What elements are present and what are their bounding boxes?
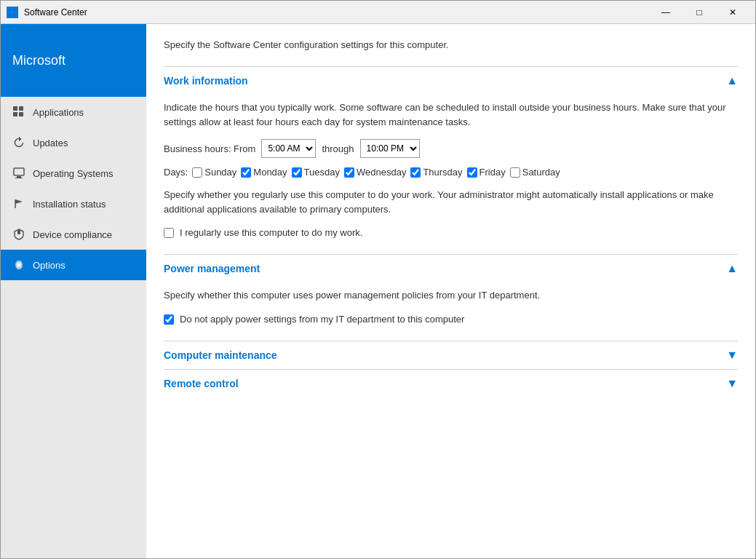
- page-description-text: Specify the Software Center configuratio…: [164, 39, 449, 50]
- svg-marker-12: [15, 199, 23, 204]
- remote-control-title: Remote control: [164, 378, 239, 389]
- business-hours-row: Business hours: From 5:00 AM 6:00 AM 7:0…: [164, 139, 738, 158]
- business-hours-label: Business hours: From: [164, 143, 255, 154]
- days-row: Days: Sunday Monday Tuesday: [164, 167, 738, 178]
- sidebar-label-installation-status: Installation status: [33, 199, 106, 210]
- day-thursday[interactable]: Thursday: [410, 167, 462, 178]
- checkbox-monday[interactable]: [241, 167, 251, 178]
- computer-maintenance-chevron: ▼: [726, 349, 738, 362]
- main-content: Microsoft Applications: [1, 24, 755, 558]
- computer-maintenance-title: Computer maintenance: [164, 349, 277, 361]
- brand-label: Microsoft: [12, 53, 65, 68]
- days-label: Days:: [164, 167, 188, 178]
- day-friday[interactable]: Friday: [467, 167, 506, 178]
- section-remote-control: Remote control ▼: [164, 369, 738, 397]
- sidebar-item-installation-status[interactable]: Installation status: [1, 189, 146, 219]
- day-sunday[interactable]: Sunday: [192, 167, 236, 178]
- svg-rect-3: [13, 13, 18, 18]
- sidebar-label-options: Options: [33, 260, 65, 271]
- window-title: Software Center: [24, 7, 649, 17]
- sidebar-label-applications: Applications: [33, 107, 84, 118]
- title-bar: Software Center — □ ✕: [1, 1, 755, 24]
- svg-rect-13: [17, 230, 20, 234]
- work-info-desc-text: Indicate the hours that you typically wo…: [164, 102, 725, 127]
- page-description: Specify the Software Center configuratio…: [164, 39, 738, 52]
- software-center-window: Software Center — □ ✕ Microsoft: [0, 0, 756, 559]
- svg-rect-8: [14, 168, 24, 175]
- sidebar-item-updates[interactable]: Updates: [1, 127, 146, 158]
- app-icon: [7, 7, 18, 18]
- svg-rect-2: [7, 13, 12, 18]
- work-information-header[interactable]: Work information ▲: [164, 67, 738, 95]
- gear-icon: [12, 258, 25, 271]
- work-information-chevron: ▲: [726, 74, 738, 87]
- minimize-button[interactable]: —: [649, 1, 683, 24]
- day-wednesday[interactable]: Wednesday: [344, 167, 406, 178]
- through-label: through: [322, 143, 354, 154]
- work-info-description: Indicate the hours that you typically wo…: [164, 100, 738, 129]
- computer-maintenance-header[interactable]: Computer maintenance ▼: [164, 341, 738, 369]
- sidebar-label-operating-systems: Operating Systems: [33, 168, 114, 179]
- svg-rect-7: [19, 112, 23, 116]
- work-information-title: Work information: [164, 75, 248, 87]
- svg-rect-5: [19, 106, 23, 111]
- primary-computer-description: Specify whether you regularly use this c…: [164, 188, 738, 216]
- from-time-select[interactable]: 5:00 AM 6:00 AM 7:00 AM 8:00 AM 9:00 AM: [261, 139, 316, 158]
- power-management-description: Specify whether this computer uses power…: [164, 288, 738, 303]
- section-computer-maintenance: Computer maintenance ▼: [164, 341, 738, 369]
- power-settings-label: Do not apply power settings from my IT d…: [180, 313, 464, 326]
- remote-control-chevron: ▼: [726, 377, 738, 390]
- power-settings-checkbox[interactable]: [164, 314, 174, 325]
- power-management-chevron: ▲: [726, 262, 738, 275]
- shield-icon: [12, 228, 25, 241]
- window-controls: — □ ✕: [649, 1, 749, 24]
- close-button[interactable]: ✕: [716, 1, 749, 24]
- maximize-button[interactable]: □: [683, 1, 716, 24]
- remote-control-header[interactable]: Remote control ▼: [164, 370, 738, 397]
- power-management-body: Specify whether this computer uses power…: [164, 282, 738, 341]
- sidebar: Microsoft Applications: [1, 24, 146, 558]
- primary-computer-row: I regularly use this computer to do my w…: [164, 226, 738, 239]
- svg-rect-10: [15, 178, 23, 178]
- day-monday[interactable]: Monday: [241, 167, 287, 178]
- checkbox-tuesday[interactable]: [292, 167, 302, 178]
- checkbox-sunday[interactable]: [192, 167, 202, 178]
- sidebar-label-device-compliance: Device compliance: [33, 229, 112, 240]
- svg-rect-4: [13, 106, 17, 111]
- checkbox-saturday[interactable]: [510, 167, 520, 178]
- content-area: Specify the Software Center configuratio…: [146, 24, 755, 558]
- sidebar-label-updates: Updates: [33, 138, 68, 148]
- sidebar-item-operating-systems[interactable]: Operating Systems: [1, 158, 146, 189]
- sidebar-item-options[interactable]: Options: [1, 250, 146, 280]
- checkbox-friday[interactable]: [467, 167, 477, 178]
- sidebar-item-applications[interactable]: Applications: [1, 97, 146, 127]
- section-work-information: Work information ▲ Indicate the hours th…: [164, 66, 738, 254]
- sidebar-brand: Microsoft: [1, 24, 146, 97]
- refresh-icon: [12, 136, 25, 149]
- power-desc-text: Specify whether this computer uses power…: [164, 290, 540, 301]
- primary-computer-checkbox[interactable]: [164, 228, 174, 238]
- work-information-body: Indicate the hours that you typically wo…: [164, 95, 738, 254]
- day-tuesday[interactable]: Tuesday: [292, 167, 340, 178]
- primary-desc-text: Specify whether you regularly use this c…: [164, 189, 714, 215]
- flag-icon: [12, 197, 25, 210]
- svg-rect-1: [13, 7, 18, 12]
- primary-computer-label: I regularly use this computer to do my w…: [180, 226, 362, 239]
- power-management-title: Power management: [164, 263, 260, 274]
- svg-rect-9: [17, 176, 21, 178]
- section-power-management: Power management ▲ Specify whether this …: [164, 254, 738, 341]
- checkbox-thursday[interactable]: [410, 167, 421, 178]
- svg-rect-6: [13, 112, 17, 116]
- grid-icon: [12, 106, 25, 119]
- power-settings-row: Do not apply power settings from my IT d…: [164, 313, 738, 326]
- svg-rect-0: [7, 7, 12, 12]
- to-time-select[interactable]: 10:00 PM 9:00 PM 8:00 PM 7:00 PM: [360, 139, 420, 158]
- power-management-header[interactable]: Power management ▲: [164, 255, 738, 282]
- day-saturday[interactable]: Saturday: [510, 167, 560, 178]
- sidebar-item-device-compliance[interactable]: Device compliance: [1, 219, 146, 250]
- monitor-icon: [12, 167, 25, 180]
- checkbox-wednesday[interactable]: [344, 167, 354, 178]
